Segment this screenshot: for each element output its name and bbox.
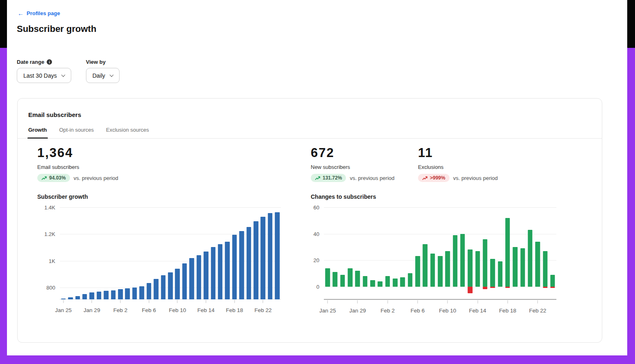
bar-feb-4[interactable] bbox=[132, 207, 137, 299]
bar-segment bbox=[211, 247, 216, 299]
tab-opt-in-sources[interactable]: Opt-in sources bbox=[59, 127, 94, 138]
bar-feb-5[interactable] bbox=[140, 207, 145, 299]
bar-feb-6[interactable] bbox=[147, 207, 151, 299]
bar-feb-3[interactable] bbox=[125, 207, 130, 299]
back-to-profiles-link[interactable]: ← Profiles page bbox=[18, 10, 60, 16]
bar-feb-2[interactable] bbox=[118, 207, 123, 299]
bar-feb-3[interactable] bbox=[393, 207, 398, 300]
bar-segment bbox=[197, 255, 201, 299]
view-by-select[interactable]: Daily bbox=[86, 68, 120, 83]
bar-feb-14[interactable] bbox=[203, 207, 208, 299]
bar-segment bbox=[505, 287, 510, 288]
x-axis-label: Jan 25 bbox=[55, 307, 72, 313]
comparison-text: vs. previous period bbox=[74, 175, 118, 181]
bar-jan-28[interactable] bbox=[82, 207, 87, 299]
card-tabs: Growth Opt-in sources Exclusion sources bbox=[18, 127, 602, 139]
x-axis-label: Feb 14 bbox=[197, 307, 215, 313]
bar-jan-27[interactable] bbox=[75, 207, 80, 299]
bar-feb-23[interactable] bbox=[543, 207, 548, 300]
tab-growth[interactable]: Growth bbox=[28, 127, 47, 138]
bar-feb-17[interactable] bbox=[498, 207, 503, 300]
bar-feb-15[interactable] bbox=[483, 207, 488, 300]
date-range-select[interactable]: Last 30 Days bbox=[17, 68, 71, 83]
bar-feb-18[interactable] bbox=[505, 207, 510, 300]
bar-feb-17[interactable] bbox=[225, 207, 230, 299]
bar-feb-15[interactable] bbox=[211, 207, 216, 299]
bar-segment bbox=[363, 276, 368, 287]
x-axis-label: Jan 29 bbox=[84, 307, 100, 313]
bar-jan-25[interactable] bbox=[325, 207, 330, 300]
bar-feb-2[interactable] bbox=[385, 207, 390, 300]
bar-feb-19[interactable] bbox=[513, 207, 517, 300]
bar-feb-13[interactable] bbox=[197, 207, 201, 299]
bar-segment bbox=[325, 268, 330, 287]
bar-feb-20[interactable] bbox=[520, 207, 525, 300]
bar-jan-28[interactable] bbox=[348, 207, 353, 300]
bar-jan-27[interactable] bbox=[340, 207, 345, 300]
bar-feb-5[interactable] bbox=[408, 207, 413, 300]
bar-feb-7[interactable] bbox=[154, 207, 158, 299]
bar-feb-24[interactable] bbox=[275, 207, 280, 299]
bar-feb-24[interactable] bbox=[550, 207, 555, 300]
bar-feb-1[interactable] bbox=[111, 207, 116, 299]
bar-feb-9[interactable] bbox=[168, 207, 173, 299]
bar-feb-12[interactable] bbox=[190, 207, 194, 299]
x-axis-tick bbox=[149, 300, 149, 303]
bar-segment bbox=[520, 248, 525, 287]
bar-feb-1[interactable] bbox=[378, 207, 383, 300]
bar-jan-31[interactable] bbox=[104, 207, 108, 299]
frame-purple-right bbox=[627, 48, 635, 364]
bar-feb-16[interactable] bbox=[490, 207, 495, 300]
bar-feb-11[interactable] bbox=[453, 207, 458, 300]
bar-feb-22[interactable] bbox=[535, 207, 540, 300]
view-by-label: View by bbox=[86, 59, 120, 65]
bar-feb-6[interactable] bbox=[415, 207, 420, 300]
bar-feb-14[interactable] bbox=[475, 207, 480, 300]
bar-feb-10[interactable] bbox=[175, 207, 180, 299]
bar-feb-19[interactable] bbox=[239, 207, 244, 299]
bar-segment bbox=[400, 277, 405, 287]
subscriber-growth-chart: Subscriber growth 1.4K1.2K1K800 Jan 25Ja… bbox=[37, 193, 281, 317]
changes-plot: 6040200 bbox=[324, 207, 556, 300]
x-axis-tick bbox=[418, 300, 418, 303]
bar-jan-26[interactable] bbox=[333, 207, 338, 300]
bar-segment bbox=[147, 283, 151, 299]
bar-jan-30[interactable] bbox=[97, 207, 102, 299]
bar-feb-18[interactable] bbox=[232, 207, 237, 299]
changes-to-subscribers-chart: Changes to subscribers 6040200 Jan 25Jan… bbox=[311, 193, 556, 318]
bar-feb-20[interactable] bbox=[246, 207, 251, 299]
bar-feb-8[interactable] bbox=[430, 207, 435, 300]
bar-feb-22[interactable] bbox=[261, 207, 266, 299]
info-icon[interactable]: i bbox=[47, 59, 52, 65]
bar-feb-11[interactable] bbox=[182, 207, 187, 299]
date-range-label: Date range i bbox=[17, 59, 71, 65]
bar-feb-4[interactable] bbox=[400, 207, 405, 300]
comparison-text: vs. previous period bbox=[453, 175, 498, 181]
bar-feb-16[interactable] bbox=[218, 207, 223, 299]
bar-segment bbox=[154, 279, 158, 299]
bar-jan-29[interactable] bbox=[355, 207, 360, 300]
y-axis-label: 800 bbox=[46, 285, 60, 291]
bar-feb-12[interactable] bbox=[460, 207, 465, 300]
bar-jan-29[interactable] bbox=[90, 207, 95, 299]
bar-feb-13[interactable] bbox=[468, 207, 473, 300]
bar-segment bbox=[268, 213, 273, 299]
bar-feb-23[interactable] bbox=[268, 207, 273, 299]
bar-segment bbox=[118, 289, 123, 299]
view-by-value: Daily bbox=[93, 72, 105, 79]
bar-jan-26[interactable] bbox=[68, 207, 73, 299]
bar-feb-9[interactable] bbox=[438, 207, 443, 300]
bar-segment bbox=[182, 263, 187, 299]
bar-feb-8[interactable] bbox=[161, 207, 166, 299]
bar-feb-21[interactable] bbox=[528, 207, 533, 300]
trend-badge: 94.03% bbox=[37, 174, 70, 182]
bar-feb-21[interactable] bbox=[253, 207, 258, 299]
bar-jan-30[interactable] bbox=[363, 207, 368, 300]
bar-feb-7[interactable] bbox=[423, 207, 428, 300]
chart-title: Subscriber growth bbox=[37, 193, 281, 200]
bar-jan-31[interactable] bbox=[370, 207, 375, 300]
stat-value: 1,364 bbox=[37, 146, 281, 160]
tab-exclusion-sources[interactable]: Exclusion sources bbox=[106, 127, 149, 138]
bar-jan-25[interactable] bbox=[61, 207, 66, 299]
bar-feb-10[interactable] bbox=[445, 207, 450, 300]
